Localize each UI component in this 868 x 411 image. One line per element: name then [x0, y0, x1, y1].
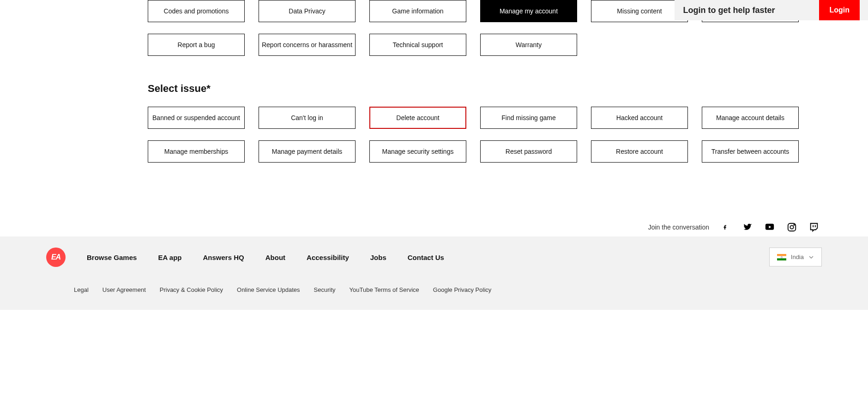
facebook-icon[interactable]	[717, 222, 733, 233]
region-label: India	[791, 254, 804, 260]
issue-option[interactable]: Find missing game	[480, 107, 577, 129]
topic-option[interactable]: Game information	[369, 0, 466, 22]
footer-bottom-links: LegalUser AgreementPrivacy & Cookie Poli…	[74, 286, 822, 293]
twitter-icon[interactable]	[740, 222, 755, 233]
footer-legal-link[interactable]: Privacy & Cookie Policy	[160, 286, 223, 293]
footer-legal-link[interactable]: Legal	[74, 286, 89, 293]
footer-link[interactable]: About	[265, 254, 285, 261]
footer-top-links: Browse GamesEA appAnswers HQAboutAccessi…	[87, 254, 444, 261]
issue-option[interactable]: Transfer between accounts	[702, 140, 799, 163]
issue-option[interactable]: Manage security settings	[369, 140, 466, 163]
topic-option[interactable]: Report concerns or harassment	[259, 34, 356, 56]
region-selector[interactable]: India	[769, 248, 822, 266]
footer-legal-link[interactable]: User Agreement	[102, 286, 146, 293]
chevron-down-icon	[808, 254, 814, 260]
topic-option[interactable]: Warranty	[480, 34, 577, 56]
svg-rect-6	[777, 258, 786, 260]
india-flag-icon	[777, 254, 786, 260]
topic-option[interactable]: Technical support	[369, 34, 466, 56]
issue-option[interactable]: Banned or suspended account	[148, 107, 245, 129]
footer-legal-link[interactable]: Google Privacy Policy	[433, 286, 491, 293]
footer-top-row: EA Browse GamesEA appAnswers HQAboutAcce…	[46, 248, 822, 267]
twitch-icon[interactable]	[806, 222, 822, 233]
issue-option[interactable]: Reset password	[480, 140, 577, 163]
topic-option[interactable]: Manage my account	[480, 0, 577, 22]
footer-legal-link[interactable]: Online Service Updates	[237, 286, 300, 293]
footer-legal-link[interactable]: YouTube Terms of Service	[350, 286, 419, 293]
ea-logo[interactable]: EA	[46, 248, 66, 267]
topic-option[interactable]: Data Privacy	[259, 0, 356, 22]
select-issue-heading: Select issue*	[148, 83, 868, 95]
footer-link[interactable]: Contact Us	[408, 254, 444, 261]
footer: EA Browse GamesEA appAnswers HQAboutAcce…	[0, 236, 868, 310]
issue-option[interactable]: Manage memberships	[148, 140, 245, 163]
footer-link[interactable]: Browse Games	[87, 254, 137, 261]
topic-option[interactable]: Report a bug	[148, 34, 245, 56]
svg-point-2	[790, 225, 793, 229]
topic-option[interactable]: Codes and promotions	[148, 0, 245, 22]
login-bar: Login to get help faster Login	[675, 0, 868, 20]
issue-grid: Banned or suspended accountCan't log inD…	[148, 107, 868, 163]
social-bar: Join the conversation	[0, 218, 868, 236]
instagram-icon[interactable]	[784, 222, 800, 233]
svg-point-3	[794, 224, 795, 225]
footer-link[interactable]: EA app	[158, 254, 181, 261]
footer-link[interactable]: Jobs	[370, 254, 386, 261]
footer-link[interactable]: Answers HQ	[203, 254, 244, 261]
footer-legal-link[interactable]: Security	[314, 286, 336, 293]
issue-option[interactable]: Manage payment details	[259, 140, 356, 163]
issue-option[interactable]: Delete account	[369, 107, 466, 129]
login-prompt-text: Login to get help faster	[683, 6, 775, 15]
issue-option[interactable]: Restore account	[591, 140, 688, 163]
issue-option[interactable]: Manage account details	[702, 107, 799, 129]
svg-rect-4	[777, 254, 786, 256]
youtube-icon[interactable]	[762, 222, 778, 233]
footer-link[interactable]: Accessibility	[307, 254, 349, 261]
login-button[interactable]: Login	[819, 0, 860, 20]
issue-option[interactable]: Can't log in	[259, 107, 356, 129]
topic-option[interactable]: Missing content	[591, 0, 688, 22]
issue-option[interactable]: Hacked account	[591, 107, 688, 129]
join-conversation-text: Join the conversation	[648, 224, 709, 231]
